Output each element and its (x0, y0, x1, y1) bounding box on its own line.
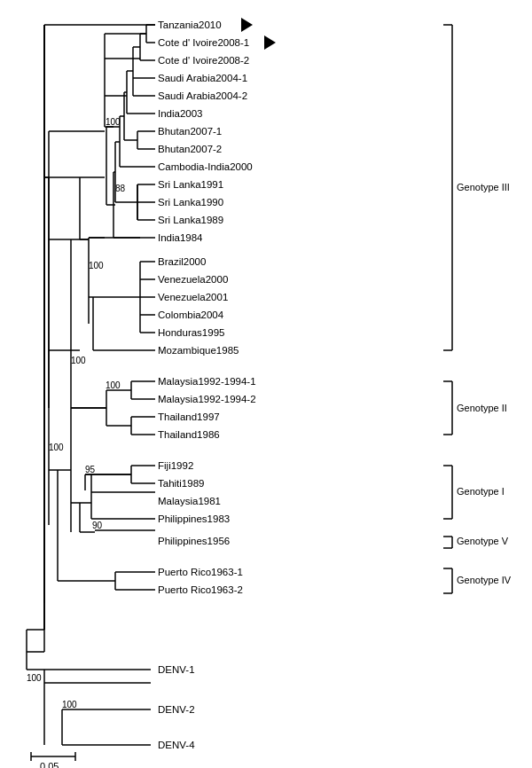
leaf-SriLanka1989: Sri Lanka1989 (158, 215, 223, 225)
leaf-SaudiArabia2004-1: Saudi Arabia2004-1 (158, 73, 247, 83)
leaf-Thailand1986: Thailand1986 (158, 429, 220, 440)
leaf-Thailand1997: Thailand1997 (158, 411, 220, 422)
leaf-DENV-4: DENV-4 (158, 740, 195, 750)
genotypeIV-label: Genotype IV (457, 575, 512, 585)
leaf-Tanzania2010: Tanzania2010 (158, 20, 222, 30)
bootstrap-100-genII: 100 (106, 380, 121, 390)
leaf-SriLanka1990: Sri Lanka1990 (158, 197, 223, 208)
bootstrap-95: 95 (85, 465, 96, 474)
leaf-Honduras1995: Honduras1995 (158, 327, 224, 338)
leaf-CambodiaIndia2000: Cambodia-India2000 (158, 161, 253, 172)
leaf-Colombia2004: Colombia2004 (158, 310, 224, 320)
leaf-DENV-1: DENV-1 (158, 664, 195, 675)
leaf-India2003: India2003 (158, 108, 203, 119)
leaf-SriLanka1991: Sri Lanka1991 (158, 179, 223, 190)
arrow-Tanzania2010 (241, 18, 253, 32)
leaf-DENV-2: DENV-2 (158, 704, 195, 715)
scale-label: 0.05 (40, 761, 59, 768)
bootstrap-100-main: 100 (71, 356, 86, 365)
phylogenetic-tree: 0.05 Tanzania2010 Cote d' Ivoire2008-1 C… (0, 0, 532, 768)
leaf-CoteIvoire2008-2: Cote d' Ivoire2008-2 (158, 55, 249, 66)
bootstrap-90: 90 (92, 521, 103, 530)
bootstrap-100-genI: 100 (49, 443, 64, 452)
leaf-Mozambique1985: Mozambique1985 (158, 345, 239, 356)
leaf-Tahiti1989: Tahiti1989 (158, 478, 204, 489)
genotype1-label: Genotype I (457, 486, 505, 497)
leaf-Malaysia1992-1994-1: Malaysia1992-1994-1 (158, 376, 256, 387)
bootstrap-100-latam: 100 (89, 261, 104, 270)
genotype2-label: Genotype II (457, 403, 507, 413)
leaf-Malaysia1981: Malaysia1981 (158, 496, 221, 506)
leaf-CoteIvoire2008-1: Cote d' Ivoire2008-1 (158, 37, 249, 48)
leaf-PuertoRico1963-1: Puerto Rico1963-1 (158, 567, 243, 577)
bootstrap-100-denv2: 100 (62, 700, 77, 709)
arrow-CoteIvoire2008-1 (264, 35, 276, 50)
bootstrap-100-denv: 100 (27, 673, 42, 683)
genotypeV-label: Genotype V (457, 536, 509, 546)
bootstrap-100-top: 100 (106, 117, 121, 127)
genotype3-label: Genotype III (457, 182, 510, 192)
leaf-Bhutan2007-2: Bhutan2007-2 (158, 144, 222, 154)
leaf-PuertoRico1963-2: Puerto Rico1963-2 (158, 584, 243, 595)
leaf-Brazil2000: Brazil2000 (158, 256, 206, 267)
leaf-Venezuela2000: Venezuela2000 (158, 274, 228, 285)
leaf-Malaysia1992-1994-2: Malaysia1992-1994-2 (158, 394, 256, 404)
leaf-Philippines1983: Philippines1983 (158, 513, 230, 524)
leaf-India1984: India1984 (158, 232, 203, 243)
leaf-Philippines1956: Philippines1956 (158, 536, 230, 546)
bootstrap-88: 88 (115, 184, 126, 193)
leaf-SaudiArabia2004-2: Saudi Arabia2004-2 (158, 90, 247, 101)
leaf-Fiji1992: Fiji1992 (158, 460, 193, 471)
leaf-Bhutan2007-1: Bhutan2007-1 (158, 126, 222, 137)
leaf-Venezuela2001: Venezuela2001 (158, 292, 228, 302)
